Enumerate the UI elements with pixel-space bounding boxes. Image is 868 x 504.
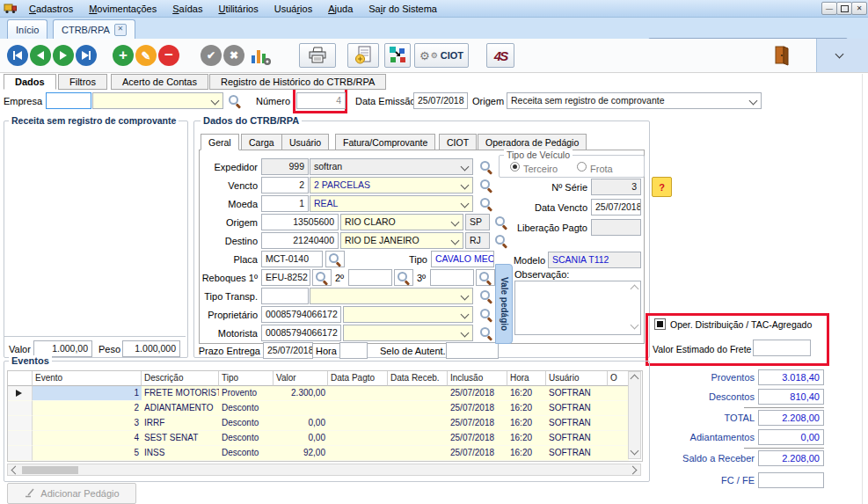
delete-button[interactable]: − [158, 45, 179, 66]
table-row[interactable]: 3IRRFDesconto0,0025/07/201816:20SOFTRAN [8, 416, 629, 431]
hora-input[interactable] [339, 342, 368, 359]
oper-distribuicao-checkbox[interactable] [654, 318, 666, 330]
radio-frota[interactable] [577, 162, 587, 172]
expedidor-code-input[interactable]: 999 [261, 158, 309, 175]
window-close-button[interactable]: ✕ [851, 2, 867, 15]
tab-usuario[interactable]: Usuário [281, 134, 329, 150]
scroll-right-icon[interactable] [630, 467, 638, 473]
vencto-select[interactable]: 2 PARCELAS [310, 177, 473, 194]
tipo-transp-select[interactable] [310, 288, 473, 304]
tab-ciot-inner[interactable]: CIOT [439, 134, 477, 150]
placa-tipo-input[interactable]: CAVALO MECA [431, 251, 494, 267]
menu-item-utilitarios[interactable]: Utilitários [210, 4, 266, 14]
menu-item-usuarios[interactable]: Usuários [266, 4, 320, 14]
column-header-hora[interactable]: Hora [507, 371, 546, 386]
toolbar-more-button[interactable] [835, 50, 844, 59]
tab-carga[interactable]: Carga [241, 134, 282, 150]
column-header-evento[interactable]: Evento [33, 371, 142, 386]
empresa-code-input[interactable] [46, 92, 91, 109]
reboque3-search-button[interactable] [476, 269, 495, 286]
nav-first-button[interactable] [7, 45, 28, 66]
column-header-tipo[interactable]: Tipo [219, 371, 274, 386]
reboque1-search-button[interactable] [312, 269, 332, 286]
selo-autent-input[interactable] [446, 342, 499, 359]
origem-search-icon[interactable] [494, 215, 507, 229]
cancel-button[interactable]: ✖ [223, 45, 244, 66]
reboque3-input[interactable] [430, 269, 474, 286]
proprietario-search-icon[interactable] [479, 308, 492, 321]
table-row[interactable]: 4SEST SENATDesconto0,0025/07/201816:20SO… [8, 431, 629, 446]
reboque2-search-button[interactable] [394, 269, 413, 286]
origem-uf-input[interactable]: SP [465, 214, 490, 230]
transfer-button[interactable] [384, 43, 411, 68]
menu-item-sair-do-sistema[interactable]: Sair do Sistema [361, 4, 445, 14]
placa-input[interactable]: MCT-0140 [261, 251, 323, 267]
scroll-down-icon[interactable] [631, 321, 639, 330]
placa-search-button[interactable] [325, 251, 345, 267]
add-button[interactable]: + [113, 45, 134, 66]
tab-dados[interactable]: Dados [4, 74, 56, 90]
column-header-o[interactable]: O [608, 371, 629, 386]
edit-button[interactable]: ✎ [135, 45, 157, 66]
destino-search-icon[interactable] [494, 234, 507, 247]
column-header-inclusao[interactable]: Inclusão [448, 371, 507, 386]
tab-ctrb-rpa[interactable]: CTRB/RPA ✕ [53, 19, 135, 39]
ciot-button[interactable]: ⚙⚙ CIOT [414, 43, 469, 68]
tab-filtros[interactable]: Filtros [58, 74, 107, 90]
window-restore-button[interactable] [836, 2, 852, 15]
motorista-input[interactable]: 00085794066172 [261, 325, 341, 341]
tipo-transp-search-icon[interactable] [479, 289, 492, 303]
origem-code-input[interactable]: 13505600 [261, 214, 339, 230]
moeda-code-input[interactable]: 1 [261, 195, 309, 212]
liberacao-pagto-input[interactable] [591, 219, 641, 236]
eventos-hscrollbar[interactable] [7, 464, 641, 476]
scroll-up-icon[interactable] [631, 285, 639, 294]
proprietario-select[interactable] [343, 306, 473, 323]
reboque1-input[interactable]: EFU-8252 [261, 269, 310, 286]
scroll-left-icon[interactable] [10, 467, 18, 473]
origem-select[interactable]: Receita sem registro de comprovante [507, 92, 762, 109]
destino-code-input[interactable]: 21240400 [261, 232, 339, 249]
fc-fe-input[interactable] [758, 472, 824, 488]
n-serie-input[interactable]: 3 [591, 179, 641, 195]
origem-cidade-select[interactable]: RIO CLARO [340, 214, 463, 230]
numero-input[interactable]: 4 [296, 92, 346, 109]
softran-logo-button[interactable]: 4S [486, 43, 514, 68]
tab-acerto-de-contas[interactable]: Acerto de Contas [111, 74, 208, 90]
column-header-data_receb[interactable]: Data Receb. [388, 371, 448, 386]
expedidor-search-icon[interactable] [479, 160, 492, 173]
confirm-button[interactable]: ✔ [201, 45, 222, 66]
table-row[interactable]: 2ADIANTAMENTODesconto25/07/201816:20SOFT… [8, 401, 629, 416]
tab-fatura-comprovante[interactable]: Fatura/Comprovante [335, 134, 435, 150]
motorista-select[interactable] [343, 325, 473, 341]
tab-close-icon[interactable]: ✕ [114, 24, 127, 36]
column-header-data_pagto[interactable]: Data Pagto [328, 371, 388, 386]
tipo-transp-code-input[interactable] [261, 288, 309, 304]
eventos-vscrollbar[interactable] [628, 371, 641, 459]
moeda-select[interactable]: REAL [310, 195, 473, 212]
tab-inicio[interactable]: Início [7, 19, 47, 39]
column-header-usuario[interactable]: Usuário [546, 371, 608, 386]
nav-next-button[interactable] [53, 45, 74, 66]
data-vencto-input[interactable]: 25/07/2018 [591, 199, 641, 215]
radio-terceiro[interactable] [510, 162, 520, 172]
table-row[interactable]: 5INSSDesconto92,0025/07/201816:20SOFTRAN [8, 446, 629, 461]
help-button[interactable]: ? [652, 177, 672, 197]
scrollbar-thumb[interactable] [22, 466, 78, 474]
menu-item-movimentacoes[interactable]: Movimentações [81, 4, 164, 14]
destino-cidade-select[interactable]: RIO DE JANEIRO [340, 232, 463, 249]
scroll-up-icon[interactable] [631, 373, 638, 382]
scroll-down-icon[interactable] [631, 448, 638, 457]
data-emissao-input[interactable]: 25/07/2018 [413, 92, 468, 109]
vencto-code-input[interactable]: 2 [261, 177, 309, 194]
column-header-selector[interactable] [8, 371, 33, 386]
window-minimize-button[interactable]: — [821, 2, 837, 15]
peso-input[interactable]: 1.000,000 [122, 340, 180, 357]
empresa-select[interactable] [92, 92, 223, 109]
print-button[interactable] [299, 43, 336, 68]
vencto-search-icon[interactable] [479, 179, 492, 192]
exit-door-icon[interactable] [774, 45, 790, 68]
tab-geral[interactable]: Geral [201, 134, 239, 150]
column-header-valor[interactable]: Valor [274, 371, 328, 386]
moeda-search-icon[interactable] [479, 197, 492, 210]
